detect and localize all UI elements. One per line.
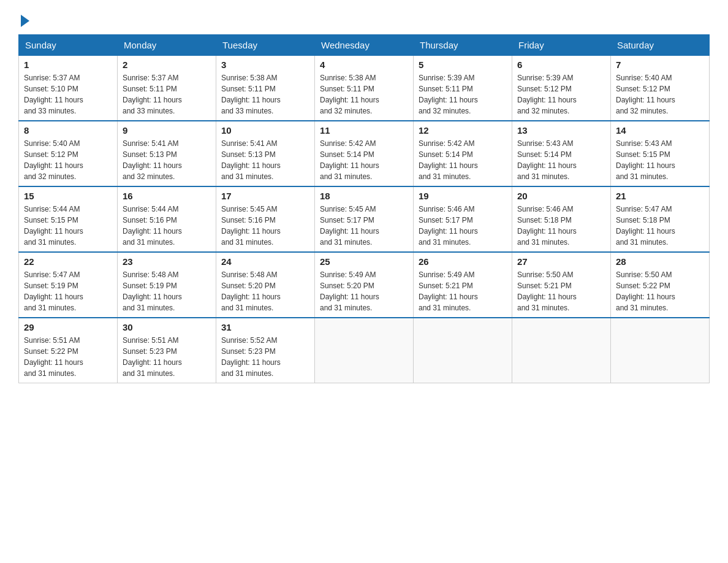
day-info: Sunrise: 5:52 AMSunset: 5:23 PMDaylight:… [221,335,309,379]
day-info: Sunrise: 5:49 AMSunset: 5:21 PMDaylight:… [419,269,507,313]
day-number: 27 [517,256,605,267]
calendar-cell: 30Sunrise: 5:51 AMSunset: 5:23 PMDayligh… [118,318,216,383]
day-info: Sunrise: 5:37 AMSunset: 5:10 PMDaylight:… [24,72,112,117]
weekday-header-row: SundayMondayTuesdayWednesdayThursdayFrid… [19,35,710,56]
day-number: 25 [320,256,408,267]
day-number: 2 [123,59,211,70]
day-info: Sunrise: 5:38 AMSunset: 5:11 PMDaylight:… [221,72,309,117]
day-number: 1 [24,59,112,70]
logo-arrow-icon [21,15,29,27]
calendar-cell: 16Sunrise: 5:44 AMSunset: 5:16 PMDayligh… [118,186,216,252]
calendar-cell: 21Sunrise: 5:47 AMSunset: 5:18 PMDayligh… [611,186,710,252]
calendar-cell: 7Sunrise: 5:40 AMSunset: 5:12 PMDaylight… [611,56,710,121]
day-number: 15 [24,191,112,201]
calendar-cell: 15Sunrise: 5:44 AMSunset: 5:15 PMDayligh… [19,186,118,252]
day-info: Sunrise: 5:45 AMSunset: 5:16 PMDaylight:… [221,204,309,248]
day-number: 21 [616,191,704,201]
calendar-cell: 12Sunrise: 5:42 AMSunset: 5:14 PMDayligh… [414,121,512,186]
day-info: Sunrise: 5:48 AMSunset: 5:20 PMDaylight:… [221,269,309,313]
day-info: Sunrise: 5:51 AMSunset: 5:22 PMDaylight:… [24,335,112,379]
day-number: 30 [123,322,211,332]
day-info: Sunrise: 5:39 AMSunset: 5:12 PMDaylight:… [517,72,605,117]
calendar-cell: 26Sunrise: 5:49 AMSunset: 5:21 PMDayligh… [414,252,512,318]
calendar-cell [315,318,414,383]
day-number: 16 [123,191,211,201]
day-info: Sunrise: 5:43 AMSunset: 5:14 PMDaylight:… [517,138,605,182]
day-info: Sunrise: 5:47 AMSunset: 5:18 PMDaylight:… [616,204,704,248]
calendar-cell: 23Sunrise: 5:48 AMSunset: 5:19 PMDayligh… [118,252,216,318]
calendar-week-row: 29Sunrise: 5:51 AMSunset: 5:22 PMDayligh… [19,318,710,383]
day-number: 18 [320,191,408,201]
day-number: 12 [419,125,507,136]
day-number: 26 [419,256,507,267]
day-number: 31 [221,322,309,332]
day-info: Sunrise: 5:46 AMSunset: 5:17 PMDaylight:… [419,204,507,248]
calendar-week-row: 1Sunrise: 5:37 AMSunset: 5:10 PMDaylight… [19,56,710,121]
day-number: 5 [419,59,507,70]
calendar-cell: 28Sunrise: 5:50 AMSunset: 5:22 PMDayligh… [611,252,710,318]
day-number: 22 [24,256,112,267]
calendar-table: SundayMondayTuesdayWednesdayThursdayFrid… [18,34,710,383]
day-number: 24 [221,256,309,267]
calendar-cell: 25Sunrise: 5:49 AMSunset: 5:20 PMDayligh… [315,252,414,318]
calendar-week-row: 8Sunrise: 5:40 AMSunset: 5:12 PMDaylight… [19,121,710,186]
day-number: 17 [221,191,309,201]
day-number: 13 [517,125,605,136]
calendar-week-row: 15Sunrise: 5:44 AMSunset: 5:15 PMDayligh… [19,186,710,252]
calendar-cell: 1Sunrise: 5:37 AMSunset: 5:10 PMDaylight… [19,56,118,121]
weekday-header-saturday: Saturday [611,35,710,56]
day-info: Sunrise: 5:37 AMSunset: 5:11 PMDaylight:… [123,72,211,117]
weekday-header-sunday: Sunday [19,35,118,56]
calendar-cell: 14Sunrise: 5:43 AMSunset: 5:15 PMDayligh… [611,121,710,186]
day-number: 20 [517,191,605,201]
calendar-cell: 22Sunrise: 5:47 AMSunset: 5:19 PMDayligh… [19,252,118,318]
day-info: Sunrise: 5:49 AMSunset: 5:20 PMDaylight:… [320,269,408,313]
calendar-cell [414,318,512,383]
day-info: Sunrise: 5:48 AMSunset: 5:19 PMDaylight:… [123,269,211,313]
page-header [18,12,710,25]
day-number: 28 [616,256,704,267]
day-info: Sunrise: 5:45 AMSunset: 5:17 PMDaylight:… [320,204,408,248]
day-number: 19 [419,191,507,201]
day-info: Sunrise: 5:42 AMSunset: 5:14 PMDaylight:… [419,138,507,182]
calendar-cell: 19Sunrise: 5:46 AMSunset: 5:17 PMDayligh… [414,186,512,252]
day-number: 11 [320,125,408,136]
weekday-header-thursday: Thursday [414,35,512,56]
calendar-cell: 31Sunrise: 5:52 AMSunset: 5:23 PMDayligh… [216,318,315,383]
calendar-cell: 27Sunrise: 5:50 AMSunset: 5:21 PMDayligh… [512,252,611,318]
calendar-cell: 10Sunrise: 5:41 AMSunset: 5:13 PMDayligh… [216,121,315,186]
calendar-cell [611,318,710,383]
day-info: Sunrise: 5:41 AMSunset: 5:13 PMDaylight:… [123,138,211,182]
calendar-cell: 17Sunrise: 5:45 AMSunset: 5:16 PMDayligh… [216,186,315,252]
calendar-cell: 9Sunrise: 5:41 AMSunset: 5:13 PMDaylight… [118,121,216,186]
calendar-cell: 11Sunrise: 5:42 AMSunset: 5:14 PMDayligh… [315,121,414,186]
day-info: Sunrise: 5:47 AMSunset: 5:19 PMDaylight:… [24,269,112,313]
calendar-cell: 20Sunrise: 5:46 AMSunset: 5:18 PMDayligh… [512,186,611,252]
calendar-cell: 13Sunrise: 5:43 AMSunset: 5:14 PMDayligh… [512,121,611,186]
weekday-header-wednesday: Wednesday [315,35,414,56]
day-info: Sunrise: 5:40 AMSunset: 5:12 PMDaylight:… [24,138,112,182]
day-number: 3 [221,59,309,70]
calendar-cell: 2Sunrise: 5:37 AMSunset: 5:11 PMDaylight… [118,56,216,121]
calendar-cell: 18Sunrise: 5:45 AMSunset: 5:17 PMDayligh… [315,186,414,252]
day-info: Sunrise: 5:50 AMSunset: 5:21 PMDaylight:… [517,269,605,313]
day-number: 29 [24,322,112,332]
day-info: Sunrise: 5:46 AMSunset: 5:18 PMDaylight:… [517,204,605,248]
logo [18,12,29,25]
weekday-header-friday: Friday [512,35,611,56]
day-number: 4 [320,59,408,70]
day-number: 23 [123,256,211,267]
day-number: 14 [616,125,704,136]
day-info: Sunrise: 5:42 AMSunset: 5:14 PMDaylight:… [320,138,408,182]
calendar-cell: 24Sunrise: 5:48 AMSunset: 5:20 PMDayligh… [216,252,315,318]
day-number: 8 [24,125,112,136]
day-info: Sunrise: 5:40 AMSunset: 5:12 PMDaylight:… [616,72,704,117]
calendar-cell [512,318,611,383]
weekday-header-monday: Monday [118,35,216,56]
day-info: Sunrise: 5:51 AMSunset: 5:23 PMDaylight:… [123,335,211,379]
weekday-header-tuesday: Tuesday [216,35,315,56]
calendar-cell: 3Sunrise: 5:38 AMSunset: 5:11 PMDaylight… [216,56,315,121]
calendar-cell: 6Sunrise: 5:39 AMSunset: 5:12 PMDaylight… [512,56,611,121]
day-info: Sunrise: 5:43 AMSunset: 5:15 PMDaylight:… [616,138,704,182]
day-number: 10 [221,125,309,136]
